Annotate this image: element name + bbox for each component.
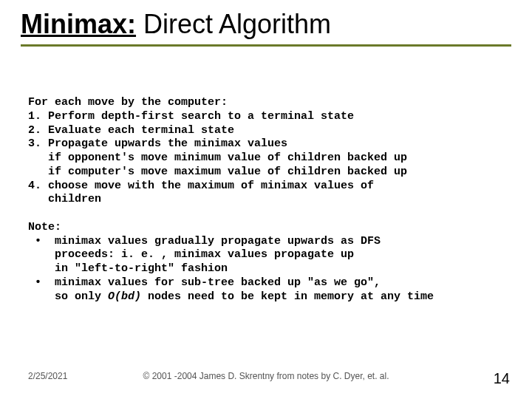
title-rest: Direct Algorithm: [136, 9, 331, 39]
title-area: Minimax: Direct Algorithm: [21, 9, 511, 47]
footer-copyright: © 2001 -2004 James D. Skrentny from note…: [0, 371, 532, 381]
slide: Minimax: Direct Algorithm For each move …: [0, 0, 532, 399]
slide-title: Minimax: Direct Algorithm: [21, 9, 511, 47]
slide-body: For each move by the computer: 1. Perfor…: [28, 96, 517, 304]
title-bold: Minimax:: [21, 9, 136, 39]
footer-page-number: 14: [494, 370, 510, 387]
footer: 2/25/2021 © 2001 -2004 James D. Skrentny…: [0, 371, 532, 386]
